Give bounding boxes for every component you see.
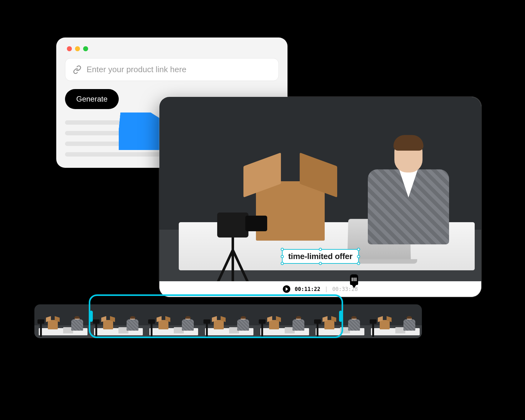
product-link-input[interactable]: Enter your product link here <box>65 58 279 81</box>
playhead-marker[interactable] <box>350 274 358 285</box>
generate-button[interactable]: Generate <box>65 89 119 109</box>
timeline-thumb[interactable] <box>256 304 311 338</box>
link-icon <box>73 65 82 74</box>
video-controls: 00:11:22 | 00:33:28 <box>159 281 481 297</box>
minimize-icon[interactable] <box>75 46 80 51</box>
resize-handle[interactable] <box>281 262 284 265</box>
time-separator: | <box>325 286 328 292</box>
play-icon[interactable] <box>283 285 290 293</box>
resize-handle[interactable] <box>357 262 360 265</box>
maximize-icon[interactable] <box>83 46 88 51</box>
timeline-thumb[interactable] <box>367 304 422 338</box>
time-current: 00:11:22 <box>295 286 320 292</box>
resize-handle[interactable] <box>357 248 360 251</box>
video-frame[interactable]: time-limited offer <box>159 97 481 281</box>
window-traffic-lights <box>65 46 279 51</box>
resize-handle[interactable] <box>319 262 322 265</box>
resize-handle[interactable] <box>281 255 284 258</box>
resize-handle[interactable] <box>281 248 284 251</box>
timeline-thumb[interactable] <box>34 304 90 338</box>
close-icon[interactable] <box>67 46 72 51</box>
timeline-strip[interactable] <box>34 299 422 343</box>
resize-handle[interactable] <box>319 248 322 251</box>
timeline-thumb[interactable] <box>200 304 256 338</box>
product-link-placeholder: Enter your product link here <box>87 65 186 74</box>
skeleton-line <box>65 131 146 135</box>
video-preview-card: time-limited offer 00:11:22 | 00:33:28 <box>159 97 481 297</box>
caption-text: time-limited offer <box>288 252 352 261</box>
resize-handle[interactable] <box>357 255 360 258</box>
timeline-thumb[interactable] <box>145 304 200 338</box>
timeline-thumb[interactable] <box>311 304 367 338</box>
timeline-thumb[interactable] <box>90 304 145 338</box>
caption-text-box[interactable]: time-limited offer <box>282 249 359 264</box>
